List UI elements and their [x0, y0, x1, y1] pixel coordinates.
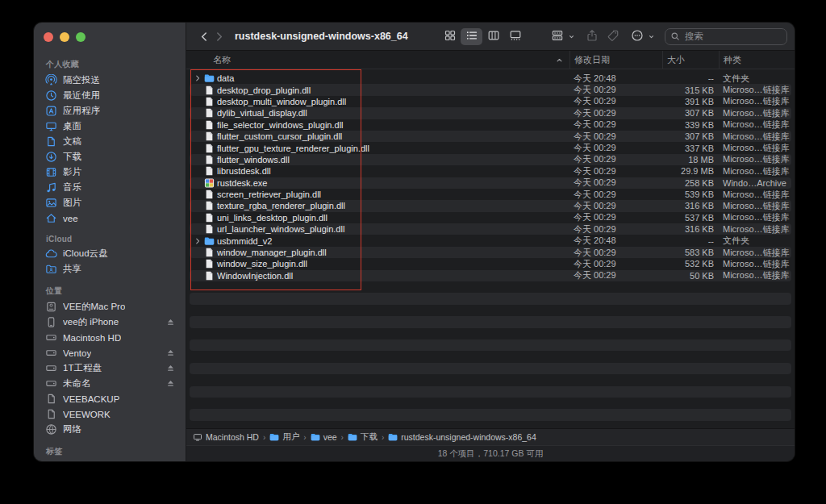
- sidebar-item[interactable]: VEE的Mac Pro: [39, 299, 181, 314]
- table-row[interactable]: librustdesk.dll今天 00:2929.9 MBMicroso…链接…: [190, 165, 791, 177]
- cell-name: desktop_multi_window_plugin.dll: [190, 96, 569, 106]
- table-row[interactable]: window_manager_plugin.dll今天 00:29583 KBM…: [190, 247, 791, 258]
- disclosure-chevron-icon[interactable]: [194, 237, 202, 245]
- disclosure-spacer: [194, 225, 202, 233]
- disk-icon: [45, 347, 57, 359]
- sidebar-item[interactable]: 下载: [39, 149, 181, 165]
- file-name: screen_retriever_plugin.dll: [217, 190, 321, 199]
- grid-view-icon: [444, 29, 457, 44]
- file-name: flutter_custom_cursor_plugin.dll: [217, 131, 342, 141]
- sidebar-item[interactable]: 隔空投送: [39, 73, 181, 88]
- sidebar-item[interactable]: 文稿: [39, 134, 181, 149]
- list-view-button[interactable]: [461, 28, 482, 45]
- eject-button[interactable]: [165, 348, 176, 358]
- empty-row: [190, 305, 791, 316]
- table-row[interactable]: desktop_drop_plugin.dll今天 00:29315 KBMic…: [190, 84, 791, 95]
- app-file-icon: [204, 177, 215, 188]
- table-row[interactable]: url_launcher_windows_plugin.dll今天 00:293…: [190, 223, 791, 235]
- tag-button[interactable]: [604, 27, 622, 45]
- sidebar-item[interactable]: vee: [39, 210, 181, 226]
- cell-name: window_size_plugin.dll: [190, 259, 569, 269]
- path-item[interactable]: Macintosh HD: [193, 432, 259, 442]
- table-row[interactable]: flutter_windows.dll今天 00:2918 MBMicroso……: [190, 154, 791, 165]
- file-date: 今天 00:29: [569, 119, 662, 131]
- chevron-down-icon: [568, 33, 575, 40]
- clock-icon: [45, 90, 57, 102]
- sidebar-item[interactable]: VEEWORK: [39, 406, 181, 422]
- search-field[interactable]: [665, 28, 787, 45]
- eject-button[interactable]: [165, 317, 176, 327]
- sidebar-item-label: 音乐: [63, 181, 81, 194]
- table-row[interactable]: file_selector_windows_plugin.dll今天 00:29…: [190, 119, 791, 131]
- column-header-kind[interactable]: 种类: [719, 51, 795, 69]
- column-header-name[interactable]: 名称: [186, 51, 569, 69]
- table-row[interactable]: flutter_custom_cursor_plugin.dll今天 00:29…: [190, 131, 791, 142]
- sidebar-item-label: 最近使用: [63, 90, 100, 102]
- file-name: dylib_virtual_display.dll: [217, 108, 307, 118]
- file-kind: Microso…链接库: [719, 258, 791, 270]
- table-row[interactable]: WindowInjection.dll今天 00:2950 KBMicroso……: [190, 270, 791, 281]
- sidebar-item[interactable]: Ventoy: [39, 345, 181, 360]
- sidebar-item[interactable]: 音乐: [39, 180, 181, 195]
- cell-name: uni_links_desktop_plugin.dll: [190, 212, 569, 223]
- table-row[interactable]: screen_retriever_plugin.dll今天 00:29539 K…: [190, 189, 791, 200]
- minimize-button[interactable]: [60, 32, 69, 42]
- path-item[interactable]: vee: [311, 432, 337, 442]
- table-row[interactable]: window_size_plugin.dll今天 00:29532 KBMicr…: [190, 258, 791, 269]
- sidebar-item[interactable]: VEEBACKUP: [39, 391, 181, 406]
- table-row[interactable]: rustdesk.exe今天 00:29258 KBWindo…Archive: [190, 177, 791, 189]
- disclosure-spacer: [194, 98, 202, 106]
- close-button[interactable]: [44, 32, 53, 42]
- sidebar-item[interactable]: 图片: [39, 195, 181, 210]
- group-by-button[interactable]: [549, 27, 566, 45]
- path-item[interactable]: rustdesk-unsigned-windows-x86_64: [388, 432, 536, 442]
- back-button[interactable]: [197, 27, 211, 45]
- path-item[interactable]: 用户: [269, 431, 299, 443]
- eject-button[interactable]: [165, 363, 176, 373]
- sidebar-item[interactable]: 共享: [39, 261, 181, 277]
- window-title: rustdesk-unsigned-windows-x86_64: [235, 31, 408, 42]
- disclosure-chevron-icon[interactable]: [194, 74, 202, 82]
- sidebar-item[interactable]: 影片: [39, 165, 181, 180]
- table-row[interactable]: dylib_virtual_display.dll今天 00:29307 KBM…: [190, 107, 791, 119]
- folder-icon: [204, 73, 215, 84]
- icon-view-button[interactable]: [439, 28, 461, 45]
- column-view-button[interactable]: [482, 28, 504, 45]
- column-header-size[interactable]: 大小: [662, 51, 719, 69]
- photo-icon: [45, 197, 57, 209]
- sidebar-item[interactable]: 1T工程盘: [39, 360, 181, 376]
- search-input[interactable]: [683, 31, 782, 42]
- empty-row: [190, 328, 791, 339]
- file-list: data今天 20:48--文件夹desktop_drop_plugin.dll…: [186, 69, 795, 428]
- empty-row: [190, 316, 791, 327]
- eject-button[interactable]: [165, 378, 176, 389]
- file-date: 今天 20:48: [569, 73, 662, 85]
- table-row[interactable]: desktop_multi_window_plugin.dll今天 00:293…: [190, 96, 791, 107]
- cloud-icon: [45, 248, 57, 260]
- sidebar-item[interactable]: iCloud云盘: [39, 246, 181, 261]
- more-actions-button[interactable]: [628, 27, 646, 45]
- table-row[interactable]: usbmmidd_v2今天 20:48--文件夹: [190, 235, 791, 246]
- sidebar-item[interactable]: 网络: [39, 422, 181, 437]
- gallery-view-button[interactable]: [504, 28, 526, 45]
- file-kind: Microso…链接库: [719, 269, 791, 281]
- sidebar-item[interactable]: 未命名: [39, 376, 181, 391]
- sidebar-item[interactable]: 桌面: [39, 119, 181, 134]
- disclosure-spacer: [194, 179, 202, 187]
- zoom-button[interactable]: [76, 32, 86, 42]
- file-size: 18 MB: [662, 155, 719, 165]
- sidebar-item[interactable]: vee的 iPhone: [39, 314, 181, 330]
- table-row[interactable]: uni_links_desktop_plugin.dll今天 00:29537 …: [190, 212, 791, 223]
- table-row[interactable]: flutter_gpu_texture_renderer_plugin.dll今…: [190, 142, 791, 153]
- path-item-label: 用户: [282, 431, 299, 443]
- path-item[interactable]: 下载: [348, 431, 378, 443]
- column-header-date[interactable]: 修改日期: [569, 51, 662, 69]
- forward-button[interactable]: [211, 27, 226, 45]
- table-row[interactable]: data今天 20:48--文件夹: [190, 73, 791, 84]
- airdrop-icon: [45, 74, 57, 86]
- sidebar-item[interactable]: 应用程序: [39, 103, 181, 119]
- share-button[interactable]: [583, 27, 601, 45]
- sidebar-item[interactable]: Macintosh HD: [39, 330, 181, 345]
- sidebar-item[interactable]: 最近使用: [39, 88, 181, 103]
- table-row[interactable]: texture_rgba_renderer_plugin.dll今天 00:29…: [190, 200, 791, 211]
